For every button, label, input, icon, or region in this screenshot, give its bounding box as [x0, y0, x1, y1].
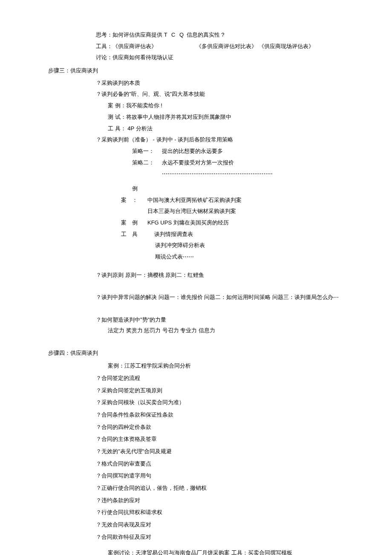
intro-line-3: 讨论：供应商如何看待现场认证: [96, 52, 392, 63]
bullet: ？合同的四种定价条款: [96, 422, 392, 433]
footer-line: 案例讨论：天津贸易公司与海南食品厂月饼采购案 工具：买卖合同撰写模板: [108, 548, 392, 555]
text: 信息的真实性 ?: [187, 32, 225, 38]
dots: ⋯⋯⋯⋯⋯⋯⋯⋯⋯⋯⋯⋯⋯⋯⋯⋯⋯⋯⋯⋯: [162, 169, 273, 179]
principles-line: ？谈判原则 原则一：摘樱桃 原则二：红鲤鱼: [96, 270, 392, 281]
label-li: 例: [132, 218, 143, 228]
strategy-text: 提出的比想要的永远要多: [162, 146, 223, 157]
text: 分析法: [136, 125, 153, 132]
label-li: 例: [132, 184, 143, 194]
text-latin: T C Q: [164, 32, 185, 38]
strategy-text: 永远不要接受对方第一次报价: [162, 158, 234, 168]
bullet: ？无效合同表现及应对: [96, 520, 392, 530]
bullet: ？合同欺诈特征及应对: [96, 532, 392, 543]
strategy-row: 策略一： 提出的比想要的永远要多: [132, 146, 392, 157]
strategy-label: 策略二：: [132, 158, 162, 168]
text: 思考：如何评估供应商提供: [96, 32, 162, 38]
case-block: 例 案 ： 中国与澳大利亚两拓铁矿石采购谈判案 日本三菱与台湾巨大钢材采购谈判案…: [121, 184, 392, 262]
case-row: 例: [121, 184, 392, 194]
power-block: ？如何塑造谈判中"势"的力量 法定力 奖赏力 惩罚力 号召力 专业力 信息力: [96, 315, 392, 336]
label-an: 案: [121, 195, 132, 206]
case-line: 案例：江苏工程学院采购合同分析: [108, 361, 392, 371]
bullet: ？合同撰写的遣字用句: [96, 471, 392, 481]
tool-text: 谈判冲突障碍分析表: [155, 240, 392, 251]
case-text: 日本三菱与台湾巨大钢材采购谈判案: [147, 206, 392, 217]
sub-line: 测 试：将故事中人物排序并将其对应到所属象限中: [108, 112, 392, 123]
bullet: ？违约条款的应对: [96, 495, 392, 506]
tool-row: 工 具 谈判情报调查表: [121, 229, 392, 240]
case-row: 案 例 KFG UPS 刘墉在美国买房的经历: [121, 218, 392, 228]
text-latin: 4P: [127, 125, 134, 132]
bullet: ？采购合同模块（以买卖合同为准）: [96, 397, 392, 408]
step3-title: 步骤三：供应商谈判: [48, 66, 392, 76]
bullet: ？合同条件性条款和保证性条款: [96, 410, 392, 420]
case-list: 日本三菱与台湾巨大钢材采购谈判案: [121, 206, 392, 217]
bullet: ？合同的主体资格及签章: [96, 434, 392, 445]
sub-line: 工 具： 4P 分析法: [108, 124, 392, 134]
tool-text: 谈判情报调查表: [143, 229, 193, 240]
intro-line-2: 工具：《供应商评估表》 《多供应商评估对比表》 《供应商现场评估表》: [96, 41, 392, 52]
bullet: ？谈判必备的"听、问、观、说"四大基本技能: [96, 89, 392, 100]
text: 工 具：: [108, 125, 126, 132]
sub-line: 案 例：我不能卖给你 !: [108, 101, 392, 111]
bullet: ？采购谈判的本质: [96, 78, 392, 89]
bullet: ？采购合同签定的五项原则: [96, 385, 392, 396]
case-text: KFG UPS 刘墉在美国买房的经历: [143, 218, 229, 228]
text: 工具：《供应商评估表》: [96, 43, 157, 49]
text-latin: KFG UPS: [147, 219, 172, 226]
text: 刘墉在美国买房的经历: [173, 219, 229, 226]
bullet: ？无效的"表见代理"合同及规避: [96, 446, 392, 457]
problems-line: ？谈判中异常问题的解决 问题一：谁先报价 问题二：如何运用时间策略 问题三：谈判…: [96, 292, 392, 303]
tool-text: 顺说公式表⋯⋯: [155, 252, 392, 262]
label-ju: 具: [132, 229, 143, 240]
strategy-label: 策略一：: [132, 146, 162, 157]
strategy-block: 策略一： 提出的比想要的永远要多 策略二： 永远不要接受对方第一次报价 ⋯⋯⋯⋯…: [132, 146, 392, 179]
bullet: ？正确行使合同的追认，催告，拒绝，撤销权: [96, 483, 392, 494]
step3-body: ？采购谈判的本质 ？谈判必备的"听、问、观、说"四大基本技能 案 例：我不能卖给…: [96, 78, 392, 145]
text: 《多供应商评估对比表》 《供应商现场评估表》: [196, 43, 314, 49]
case-text: 中国与澳大利亚两拓铁矿石采购谈判案: [143, 195, 242, 206]
bullet: ？如何塑造谈判中"势"的力量: [96, 315, 392, 325]
label-colon: ：: [132, 195, 143, 206]
bullet: ？采购谈判前（准备） - 谈判中 - 谈判后各阶段常用策略: [96, 135, 392, 145]
bullet: ？行使合同抗辩权和请求权: [96, 507, 392, 518]
bullet: ？格式合同的审查要点: [96, 459, 392, 469]
label-an: 案: [121, 218, 132, 228]
step4-body: 案例：江苏工程学院采购合同分析 ？合同签定的流程 ？采购合同签定的五项原则 ？采…: [96, 361, 392, 555]
strategy-row: 策略二： 永远不要接受对方第一次报价: [132, 158, 392, 168]
step4-title: 步骤四：供应商谈判: [48, 348, 392, 359]
label-gong: 工: [121, 229, 132, 240]
case-row: 案 ： 中国与澳大利亚两拓铁矿石采购谈判案: [121, 195, 392, 206]
bullet: ？合同签定的流程: [96, 373, 392, 384]
intro-line-1: 思考：如何评估供应商提供 T C Q 信息的真实性 ?: [96, 30, 392, 40]
tool-list: 谈判冲突障碍分析表 顺说公式表⋯⋯: [121, 240, 392, 262]
dots-row: ⋯⋯⋯⋯⋯⋯⋯⋯⋯⋯⋯⋯⋯⋯⋯⋯⋯⋯⋯⋯: [132, 169, 392, 179]
intro-block: 思考：如何评估供应商提供 T C Q 信息的真实性 ? 工具：《供应商评估表》 …: [96, 30, 392, 63]
sub-line: 法定力 奖赏力 惩罚力 号召力 专业力 信息力: [108, 325, 392, 336]
